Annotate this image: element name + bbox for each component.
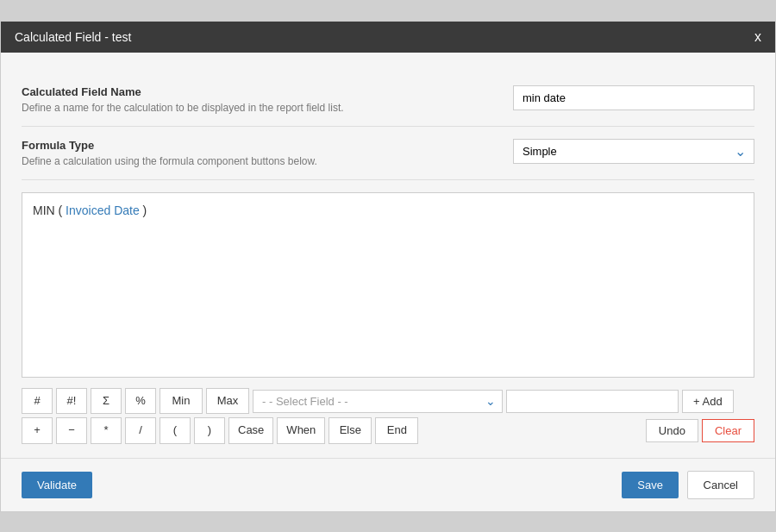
formula-type-desc: Define a calculation using the formula c… xyxy=(22,155,453,167)
formula-btn-row-1: # #! Σ % Min Max - - Select Field - - ⌄ … xyxy=(22,388,754,414)
end-button[interactable]: End xyxy=(375,417,418,443)
field-select-wrapper: - - Select Field - - ⌄ xyxy=(253,390,503,413)
formula-btn-row-2: + − * / ( ) Case When Else End Undo Clea… xyxy=(22,417,754,443)
save-button[interactable]: Save xyxy=(622,472,679,498)
else-button[interactable]: Else xyxy=(329,417,372,443)
formula-type-select-wrapper: Simple Advanced ⌄ xyxy=(513,139,754,164)
validate-button[interactable]: Validate xyxy=(22,472,92,498)
footer-right-actions: Save Cancel xyxy=(622,471,754,499)
formula-suffix: ) xyxy=(140,203,147,217)
undo-button[interactable]: Undo xyxy=(646,419,698,442)
field-name-desc: Define a name for the calculation to be … xyxy=(22,102,453,114)
modal-header: Calculated Field - test x xyxy=(1,22,775,53)
field-name-section: Calculated Field Name Define a name for … xyxy=(22,73,754,127)
open-paren-button[interactable]: ( xyxy=(160,417,191,443)
case-button[interactable]: Case xyxy=(228,417,273,443)
formula-type-input-wrapper: Simple Advanced ⌄ xyxy=(513,139,754,164)
formula-type-section: Formula Type Define a calculation using … xyxy=(22,127,754,180)
formula-field-link[interactable]: Invoiced Date xyxy=(66,203,140,217)
modal-title: Calculated Field - test xyxy=(15,30,131,44)
formula-buttons: # #! Σ % Min Max - - Select Field - - ⌄ … xyxy=(22,388,754,443)
hash-bang-button[interactable]: #! xyxy=(56,388,87,414)
max-button[interactable]: Max xyxy=(206,388,249,414)
cancel-button[interactable]: Cancel xyxy=(687,471,754,499)
formula-type-title: Formula Type xyxy=(22,139,453,152)
min-button[interactable]: Min xyxy=(160,388,203,414)
formula-display-area: MIN ( Invoiced Date ) xyxy=(22,192,754,379)
divide-button[interactable]: / xyxy=(125,417,156,443)
plus-button[interactable]: + xyxy=(22,417,53,443)
multiply-button[interactable]: * xyxy=(91,417,122,443)
formula-type-select[interactable]: Simple Advanced xyxy=(513,139,754,164)
add-button[interactable]: + Add xyxy=(682,390,734,413)
field-name-title: Calculated Field Name xyxy=(22,85,453,98)
formula-prefix: MIN ( xyxy=(33,203,66,217)
field-name-input-wrapper xyxy=(513,85,754,110)
percent-button[interactable]: % xyxy=(125,388,156,414)
hash-button[interactable]: # xyxy=(22,388,53,414)
field-name-input[interactable] xyxy=(513,85,754,110)
close-paren-button[interactable]: ) xyxy=(194,417,225,443)
modal-footer: Validate Save Cancel xyxy=(1,458,775,511)
formula-type-label-group: Formula Type Define a calculation using … xyxy=(22,139,453,167)
custom-value-input[interactable] xyxy=(506,390,679,413)
calculated-field-modal: Calculated Field - test x Calculated Fie… xyxy=(0,21,776,512)
field-name-label-group: Calculated Field Name Define a name for … xyxy=(22,85,453,114)
modal-body: Calculated Field Name Define a name for … xyxy=(1,53,775,458)
sigma-button[interactable]: Σ xyxy=(91,388,122,414)
when-button[interactable]: When xyxy=(277,417,325,443)
field-select[interactable]: - - Select Field - - xyxy=(253,390,503,413)
minus-button[interactable]: − xyxy=(56,417,87,443)
clear-button[interactable]: Clear xyxy=(702,419,754,442)
close-button[interactable]: x xyxy=(754,30,761,44)
